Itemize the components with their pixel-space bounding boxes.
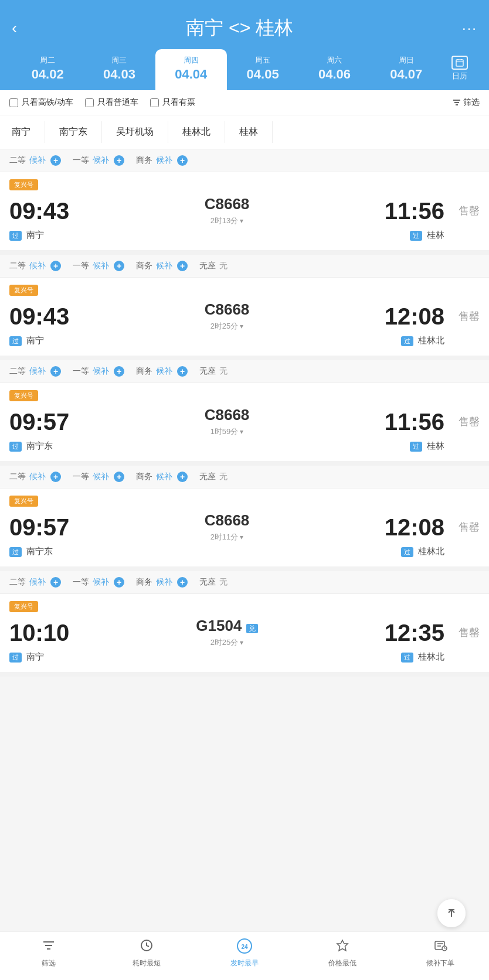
- second-status-1[interactable]: 候补: [29, 155, 46, 166]
- no-seat-status-2: 无: [219, 261, 227, 271]
- business-status-5[interactable]: 候补: [156, 577, 172, 588]
- seat-row-1: 二等 候补 + 一等 候补 + 商务 候补 +: [0, 149, 489, 172]
- station-tab-guilin[interactable]: 桂林: [225, 121, 273, 143]
- date-tab-tue[interactable]: 周三 04.03: [83, 49, 155, 90]
- price-4[interactable]: 售罄: [444, 520, 480, 534]
- nav-earliest[interactable]: 24 发时最早: [221, 938, 268, 968]
- filter-available[interactable]: 只看有票: [150, 97, 195, 108]
- date-tab-fri[interactable]: 周六 04.06: [298, 49, 370, 90]
- date-tab-sat[interactable]: 周日 04.07: [371, 49, 442, 90]
- nav-filter-label: 筛选: [42, 958, 56, 968]
- station-tab-nanning[interactable]: 南宁: [0, 121, 45, 143]
- first-plus-2[interactable]: +: [114, 261, 124, 271]
- second-status-4[interactable]: 候补: [29, 472, 46, 482]
- filter-regular[interactable]: 只看普通车: [85, 97, 138, 108]
- train-info-2[interactable]: 09:43 C8668 2时25分 ▾ 12:08 售罄 过 南宁: [0, 301, 489, 356]
- business-status-4[interactable]: 候补: [156, 472, 172, 482]
- train-card-5: 二等 候补 + 一等 候补 + 商务 候补 + 无座 无 复兴号 10:10: [0, 571, 489, 672]
- date-tab-mon[interactable]: 周二 04.02: [12, 49, 83, 90]
- scroll-top-button[interactable]: [437, 899, 466, 927]
- first-plus-4[interactable]: +: [114, 472, 124, 482]
- second-status-5[interactable]: 候补: [29, 577, 46, 588]
- train-info-1[interactable]: 09:43 C8668 2时13分 ▾ 11:56 售罄 过 南宁: [0, 195, 489, 250]
- second-class-1: 二等 候补 +: [9, 155, 61, 166]
- first-label-2: 一等: [73, 261, 89, 271]
- train-info-4[interactable]: 09:57 C8668 2时11分 ▾ 12:08 售罄 过 南宁东: [0, 511, 489, 566]
- second-label-4: 二等: [9, 472, 26, 482]
- second-status-3[interactable]: 候补: [29, 366, 46, 377]
- first-status-5[interactable]: 候补: [93, 577, 109, 588]
- first-plus-3[interactable]: +: [114, 366, 124, 377]
- business-status-2[interactable]: 候补: [156, 261, 172, 271]
- cheapest-nav-icon: [335, 938, 349, 956]
- nav-filter[interactable]: 筛选: [25, 938, 72, 968]
- station-tab-nanning-east[interactable]: 南宁东: [45, 121, 102, 143]
- no-seat-label-5: 无座: [199, 577, 216, 588]
- depart-station-3: 过 南宁东: [9, 441, 53, 452]
- business-plus-4[interactable]: +: [177, 472, 188, 482]
- station-tab-airport[interactable]: 吴圩机场: [102, 121, 168, 143]
- nav-cheapest[interactable]: 价格最低: [319, 938, 366, 968]
- train-duration-3: 1时59分 ▾: [69, 426, 384, 437]
- nav-shortest[interactable]: 耗时最短: [123, 938, 170, 968]
- nav-shortest-label: 耗时最短: [133, 958, 161, 968]
- first-status-3[interactable]: 候补: [93, 366, 109, 377]
- first-plus-1[interactable]: +: [114, 155, 124, 166]
- second-plus-5[interactable]: +: [50, 577, 61, 588]
- first-status-2[interactable]: 候补: [93, 261, 109, 271]
- price-5[interactable]: 售罄: [444, 626, 480, 640]
- via-badge-arrive-3: 过: [410, 442, 422, 452]
- depart-station-5: 过 南宁: [9, 651, 44, 663]
- arrow-icon-4: ▾: [240, 533, 243, 541]
- second-status-2[interactable]: 候补: [29, 261, 46, 271]
- filter-highspeed[interactable]: 只看高铁/动车: [9, 97, 73, 108]
- second-plus-4[interactable]: +: [50, 472, 61, 482]
- nav-waitlist[interactable]: 候补下单: [417, 938, 464, 968]
- no-seat-2: 无座 无: [199, 261, 227, 271]
- business-status-1[interactable]: 候补: [156, 155, 172, 166]
- first-status-4[interactable]: 候补: [93, 472, 109, 482]
- business-status-3[interactable]: 候补: [156, 366, 172, 377]
- second-plus-2[interactable]: +: [50, 261, 61, 271]
- first-label-4: 一等: [73, 472, 89, 482]
- price-3[interactable]: 售罄: [444, 415, 480, 429]
- train-center-2: C8668 2时25分 ▾: [69, 301, 384, 332]
- back-button[interactable]: ‹: [12, 19, 17, 37]
- price-1[interactable]: 售罄: [444, 204, 480, 218]
- second-class-5: 二等 候补 +: [9, 577, 61, 588]
- business-plus-5[interactable]: +: [177, 577, 188, 588]
- business-label-5: 商务: [136, 577, 152, 588]
- first-status-1[interactable]: 候补: [93, 155, 109, 166]
- station-tab-guilin-north[interactable]: 桂林北: [168, 121, 225, 143]
- business-plus-2[interactable]: +: [177, 261, 188, 271]
- business-plus-1[interactable]: +: [177, 155, 188, 166]
- business-plus-3[interactable]: +: [177, 366, 188, 377]
- depart-station-name-1: 南宁: [26, 230, 44, 240]
- day-label: 周二: [40, 56, 55, 64]
- seat-row-4: 二等 候补 + 一等 候补 + 商务 候补 + 无座 无: [0, 466, 489, 489]
- second-plus-3[interactable]: +: [50, 366, 61, 377]
- more-button[interactable]: ···: [462, 20, 477, 36]
- first-label-3: 一等: [73, 366, 89, 377]
- train-info-5[interactable]: 10:10 G1504 兑 2时25分 ▾ 12:35 售罄 过 南宁: [0, 617, 489, 672]
- arrive-time-5: 12:35: [385, 621, 444, 644]
- first-label-1: 一等: [73, 155, 89, 166]
- second-plus-1[interactable]: +: [50, 155, 61, 166]
- highspeed-checkbox[interactable]: [9, 98, 18, 107]
- train-number-2: C8668: [69, 301, 384, 319]
- filter-button[interactable]: 筛选: [453, 97, 480, 108]
- train-tag-4: 复兴号: [9, 496, 38, 507]
- date-label: 04.06: [301, 67, 368, 82]
- calendar-tab[interactable]: 日历: [442, 49, 477, 90]
- train-info-3[interactable]: 09:57 C8668 1时59分 ▾ 11:56 售罄 过 南宁东: [0, 406, 489, 461]
- date-tab-wed[interactable]: 周四 04.04: [155, 49, 227, 90]
- calendar-icon: [451, 56, 468, 70]
- first-plus-5[interactable]: +: [114, 577, 124, 588]
- train-card-2: 二等 候补 + 一等 候补 + 商务 候补 + 无座 无 复兴号 09:43: [0, 255, 489, 356]
- regular-checkbox[interactable]: [85, 98, 94, 107]
- date-tab-thu[interactable]: 周五 04.05: [227, 49, 298, 90]
- available-checkbox[interactable]: [150, 98, 159, 107]
- train-number-1: C8668: [69, 195, 384, 213]
- second-class-4: 二等 候补 +: [9, 472, 61, 482]
- price-2[interactable]: 售罄: [444, 309, 480, 323]
